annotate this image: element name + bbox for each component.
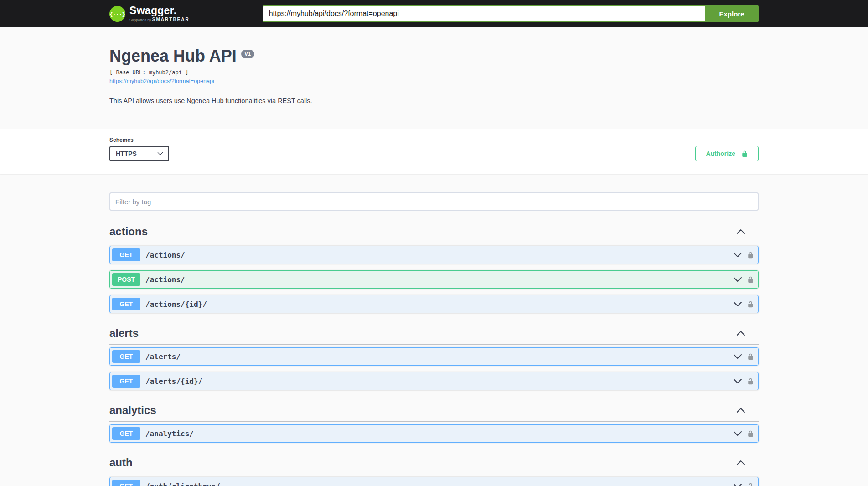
endpoint-path: /alerts/{id}/: [145, 377, 202, 386]
operation-row[interactable]: GET /actions/{id}/: [109, 295, 759, 313]
unlock-icon[interactable]: [747, 377, 754, 386]
tag-section-auth: auth GET /auth/clientkeys/: [109, 449, 759, 486]
schemes-select[interactable]: HTTPS: [109, 146, 169, 161]
tag-title: actions: [109, 226, 148, 237]
method-badge: GET: [112, 480, 140, 486]
method-badge: GET: [112, 298, 140, 310]
scheme-container: Schemes HTTPS Authorize: [0, 129, 868, 174]
spec-url-form: Explore: [263, 5, 759, 22]
unlock-icon[interactable]: [747, 275, 754, 284]
spec-link[interactable]: https://myhub2/api/docs/?format=openapi: [109, 78, 214, 84]
tag-header[interactable]: alerts: [109, 320, 759, 345]
chevron-down-icon[interactable]: [733, 378, 742, 384]
chevron-down-icon[interactable]: [733, 431, 742, 436]
schemes-selected-value: HTTPS: [116, 150, 137, 157]
endpoint-path: /actions/: [145, 251, 185, 259]
page-title: Ngenea Hub APIv1: [109, 47, 759, 65]
logo-wordmark: Swagger.: [129, 5, 190, 16]
chevron-down-icon[interactable]: [733, 354, 742, 359]
tag-section-analytics: analytics GET /analytics/: [109, 397, 759, 443]
smartbear-brand: SMARTBEAR: [152, 17, 190, 22]
version-badge: v1: [241, 50, 254, 58]
endpoint-path: /actions/: [145, 275, 185, 284]
unlock-icon[interactable]: [747, 251, 754, 259]
operation-row[interactable]: GET /actions/: [109, 246, 759, 264]
logo-subtext: Supported by SMARTBEAR: [129, 17, 190, 22]
select-chevron-down-icon: [157, 152, 163, 155]
tag-section-alerts: alerts GET /alerts/ GET /alerts/{id}/: [109, 320, 759, 390]
method-badge: GET: [112, 375, 140, 388]
endpoint-path: /analytics/: [145, 429, 194, 438]
tag-title: auth: [109, 457, 133, 468]
unlock-icon[interactable]: [747, 352, 754, 361]
tag-title: alerts: [109, 328, 139, 339]
method-badge: GET: [112, 248, 140, 261]
swagger-logo-icon: {···}: [109, 6, 125, 22]
schemes-label: Schemes: [109, 137, 169, 143]
topbar: {···} Swagger. Supported by SMARTBEAR Ex…: [0, 0, 868, 27]
svg-text:{···}: {···}: [109, 10, 125, 17]
endpoint-path: /alerts/: [145, 352, 181, 361]
method-badge: GET: [112, 350, 140, 363]
operation-row[interactable]: GET /alerts/: [109, 347, 759, 366]
filter-input[interactable]: [109, 192, 759, 211]
schemes-block: Schemes HTTPS: [109, 137, 169, 161]
api-title-text: Ngenea Hub API: [109, 47, 237, 65]
chevron-down-icon[interactable]: [733, 252, 742, 258]
operations-area: actions GET /actions/ POST /actions/ GET…: [0, 192, 868, 486]
chevron-down-icon[interactable]: [733, 277, 742, 282]
chevron-up-icon[interactable]: [736, 460, 745, 465]
tag-header[interactable]: analytics: [109, 397, 759, 422]
base-url: [ Base URL: myhub2/api ]: [109, 69, 759, 76]
chevron-up-icon[interactable]: [736, 408, 745, 413]
method-badge: POST: [112, 273, 140, 286]
chevron-up-icon[interactable]: [736, 229, 745, 234]
tag-title: analytics: [109, 405, 156, 416]
tag-header[interactable]: actions: [109, 218, 759, 243]
chevron-down-icon[interactable]: [733, 301, 742, 307]
endpoint-path: /auth/clientkeys/: [145, 482, 220, 486]
authorize-label: Authorize: [706, 150, 735, 157]
unlock-icon[interactable]: [747, 429, 754, 438]
explore-button[interactable]: Explore: [705, 5, 759, 22]
swagger-logo: {···} Swagger. Supported by SMARTBEAR: [109, 5, 190, 22]
spec-url-input[interactable]: [263, 5, 705, 22]
logo-texts: Swagger. Supported by SMARTBEAR: [129, 5, 190, 22]
operation-row[interactable]: POST /actions/: [109, 270, 759, 289]
chevron-up-icon[interactable]: [736, 331, 745, 336]
operation-row[interactable]: GET /alerts/{id}/: [109, 372, 759, 390]
operation-row[interactable]: GET /analytics/: [109, 424, 759, 443]
unlock-icon: [741, 150, 748, 158]
info-section: Ngenea Hub APIv1 [ Base URL: myhub2/api …: [0, 27, 868, 129]
api-description: This API allows users use Ngenea Hub fun…: [109, 97, 759, 104]
unlock-icon[interactable]: [747, 482, 754, 486]
operation-row[interactable]: GET /auth/clientkeys/: [109, 477, 759, 486]
chevron-down-icon[interactable]: [733, 483, 742, 486]
tag-header[interactable]: auth: [109, 449, 759, 474]
tag-section-actions: actions GET /actions/ POST /actions/ GET…: [109, 218, 759, 313]
endpoint-path: /actions/{id}/: [145, 300, 207, 309]
method-badge: GET: [112, 427, 140, 440]
unlock-icon[interactable]: [747, 300, 754, 309]
authorize-button[interactable]: Authorize: [695, 146, 759, 161]
